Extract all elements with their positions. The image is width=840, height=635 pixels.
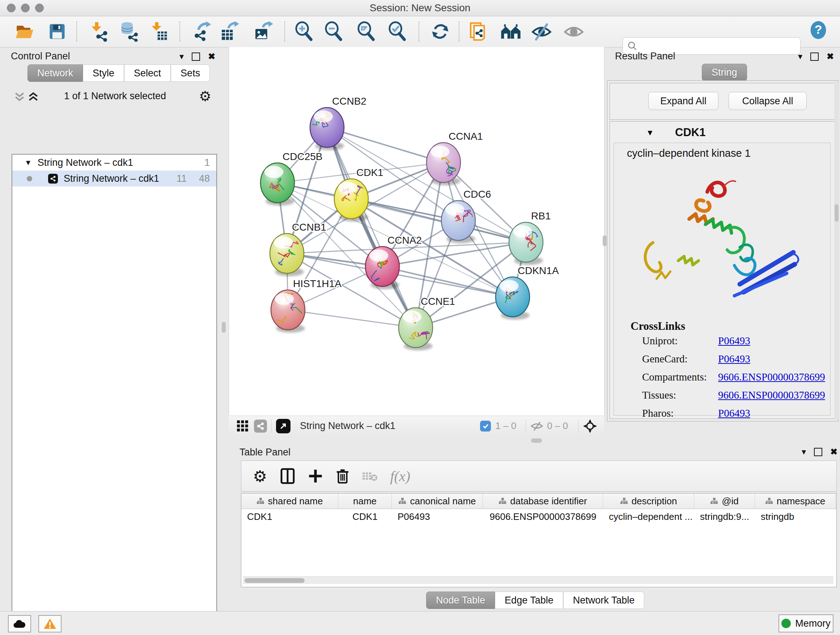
- node-CCNA1[interactable]: CCNA1: [426, 131, 483, 185]
- open-in-window-icon[interactable]: [276, 419, 291, 433]
- node-HIST1H1A[interactable]: HIST1H1A: [271, 278, 341, 333]
- first-neighbors-icon[interactable]: [500, 21, 522, 42]
- open-session-icon[interactable]: [14, 21, 36, 42]
- duplicate-network-icon[interactable]: [467, 21, 489, 42]
- network-options-gear-icon[interactable]: ⚙: [199, 88, 211, 104]
- show-columns-icon[interactable]: [280, 468, 295, 485]
- warnings-button[interactable]: [38, 615, 62, 632]
- panel-menu-icon[interactable]: ▾: [180, 51, 184, 62]
- float-panel-icon[interactable]: [192, 52, 200, 61]
- node-CDC6[interactable]: CDC6: [441, 188, 491, 243]
- horizontal-splitter[interactable]: [229, 435, 840, 446]
- export-image-icon[interactable]: [252, 21, 274, 42]
- network-canvas[interactable]: CCNB2CCNA1CDC25BCDK1CDC6RB1CCNB1CCNA2CDK…: [229, 47, 605, 416]
- export-network-icon[interactable]: [191, 21, 213, 42]
- node-CCNB1[interactable]: CCNB1: [270, 222, 326, 276]
- results-scrollbar-thumb[interactable]: [835, 204, 838, 222]
- tab-network-table[interactable]: Network Table: [563, 592, 645, 609]
- table-hscrollbar-thumb[interactable]: [245, 578, 305, 583]
- node-CDKN1A[interactable]: CDKN1A: [496, 265, 559, 320]
- close-panel-icon[interactable]: ✖: [827, 51, 834, 62]
- delete-table-icon[interactable]: [362, 470, 378, 482]
- column-header-description[interactable]: description: [603, 494, 694, 509]
- close-panel-icon[interactable]: ✖: [208, 51, 215, 62]
- hidden-eye-icon[interactable]: [531, 421, 543, 432]
- fit-content-crosshair-icon[interactable]: [583, 419, 597, 433]
- collapse-all-tree-icon[interactable]: [13, 90, 26, 103]
- birdseye-grid-icon[interactable]: [237, 420, 249, 432]
- table-hscrollbar-track[interactable]: [243, 576, 834, 584]
- crosslink-link[interactable]: P06493: [718, 353, 750, 365]
- control-panel: Control Panel ▾ ✖ NetworkStyleSelectSets…: [3, 48, 220, 604]
- toolbar-separator: [459, 21, 459, 42]
- collection-disclosure-icon[interactable]: ▼: [25, 158, 32, 167]
- import-network-from-database-icon[interactable]: [118, 21, 140, 42]
- export-table-icon[interactable]: [218, 21, 240, 42]
- table-settings-gear-icon[interactable]: ⚙: [253, 467, 267, 486]
- network-row[interactable]: String Network – cdk1 11 48: [12, 171, 216, 187]
- crosslink-label: GeneCard:: [642, 353, 718, 365]
- import-table-from-file-icon[interactable]: [148, 21, 169, 42]
- zoom-selected-icon[interactable]: [387, 21, 409, 42]
- column-header-canonical-name[interactable]: canonical name: [392, 494, 483, 509]
- panel-menu-icon[interactable]: ▾: [798, 51, 802, 62]
- close-panel-icon[interactable]: ✖: [830, 447, 837, 457]
- zoom-out-icon[interactable]: [323, 21, 345, 42]
- crosslink-link[interactable]: 9606.ENSP00000378699: [718, 389, 825, 401]
- function-builder-icon[interactable]: f(x): [390, 468, 410, 485]
- tab-sets[interactable]: Sets: [171, 65, 210, 82]
- expand-all-tree-icon[interactable]: [27, 90, 40, 103]
- cloud-button[interactable]: [8, 615, 31, 632]
- edge-CCNB2-CCNA1[interactable]: [327, 127, 444, 163]
- hide-selected-icon[interactable]: [531, 21, 553, 42]
- crosslink-link[interactable]: P06493: [718, 407, 750, 419]
- node-CCNB2[interactable]: CCNB2: [310, 96, 366, 150]
- memory-button[interactable]: Memory: [778, 614, 834, 632]
- left-splitter-handle[interactable]: [222, 322, 226, 333]
- column-header--id[interactable]: @id: [694, 494, 755, 509]
- edge-HIST1H1A-CCNE1[interactable]: [288, 310, 416, 328]
- network-collection-row[interactable]: ▼ String Network – cdk1 1: [12, 155, 216, 171]
- collapse-all-button[interactable]: Collapse All: [729, 92, 807, 110]
- save-session-icon[interactable]: [46, 21, 68, 42]
- show-all-icon[interactable]: [563, 21, 584, 42]
- tab-edge-table[interactable]: Edge Table: [495, 592, 563, 609]
- node-label-CCNA2: CCNA2: [387, 234, 422, 246]
- selected-checkbox-icon[interactable]: [480, 421, 491, 432]
- float-panel-icon[interactable]: [814, 448, 822, 456]
- help-icon[interactable]: ?: [807, 19, 829, 41]
- edge-CCNA2-CDKN1A[interactable]: [382, 266, 513, 297]
- column-header-name[interactable]: name: [338, 494, 392, 509]
- node-RB1[interactable]: RB1: [509, 211, 551, 265]
- node-label-CCNE1: CCNE1: [421, 296, 455, 307]
- delete-column-icon[interactable]: [336, 468, 349, 484]
- import-network-from-file-icon[interactable]: [88, 21, 109, 42]
- add-column-icon[interactable]: [308, 469, 323, 483]
- zoom-fit-icon[interactable]: [355, 21, 377, 42]
- zoom-in-icon[interactable]: [294, 21, 315, 42]
- expand-all-button[interactable]: Expand All: [648, 92, 718, 110]
- tab-style[interactable]: Style: [83, 65, 124, 82]
- column-header-shared-name[interactable]: shared name: [241, 494, 338, 509]
- table-row[interactable]: CDK1CDK1P064939606.ENSP00000378699cyclin…: [241, 509, 836, 524]
- node-CCNE1[interactable]: CCNE1: [399, 296, 455, 350]
- tab-select[interactable]: Select: [124, 65, 171, 82]
- table-header-row: shared namenamecanonical namedatabase id…: [241, 494, 836, 509]
- network-share-icon[interactable]: [254, 420, 267, 432]
- section-disclosure-icon[interactable]: ▼: [646, 128, 654, 138]
- tab-network[interactable]: Network: [27, 65, 83, 82]
- status-bar: Memory: [0, 611, 840, 635]
- float-panel-icon[interactable]: [810, 52, 819, 61]
- crosslink-link[interactable]: P06493: [718, 335, 750, 347]
- panel-menu-icon[interactable]: ▾: [802, 447, 806, 457]
- table-cell: stringdb: [755, 509, 836, 524]
- edge-CCNB2-CCNE1[interactable]: [327, 127, 416, 328]
- column-header-namespace[interactable]: namespace: [755, 494, 836, 509]
- results-scrollbar-track[interactable]: [834, 81, 839, 420]
- tab-node-table[interactable]: Node Table: [426, 592, 495, 609]
- refresh-icon[interactable]: [429, 21, 451, 42]
- toolbar-separator: [76, 21, 77, 42]
- tab-string[interactable]: String: [702, 64, 747, 81]
- crosslink-link[interactable]: 9606.ENSP00000378699: [718, 371, 825, 383]
- column-header-database-identifier[interactable]: database identifier: [483, 494, 603, 509]
